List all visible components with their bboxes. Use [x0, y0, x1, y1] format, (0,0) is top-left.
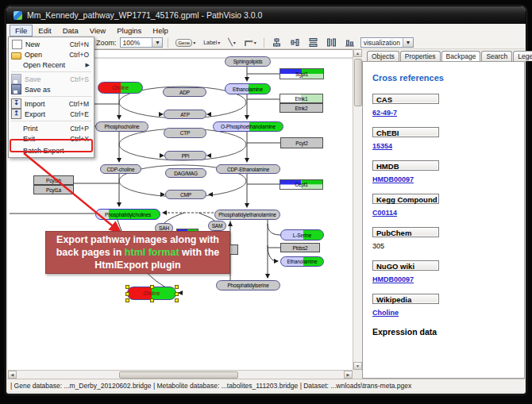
xref-section-pubchem: PubChem 305: [372, 227, 524, 250]
menu-plugins[interactable]: Plugins: [111, 25, 147, 37]
line-tool-button[interactable]: ╲▾: [226, 37, 237, 49]
stack-vertical-button[interactable]: [306, 37, 321, 49]
node-etnk1[interactable]: Etnk1: [279, 94, 323, 103]
xref-section-chebi: ChEBI 15354: [372, 127, 524, 150]
empty-icon: [11, 134, 20, 143]
menu-item-save-as[interactable]: Save as: [9, 84, 94, 94]
node-adp[interactable]: ADP: [163, 87, 206, 97]
menu-edit[interactable]: Edit: [33, 25, 56, 37]
align-center-x-button[interactable]: [269, 37, 284, 49]
node-phosphatidylcholines[interactable]: Phosphatidylcholines: [95, 209, 160, 220]
horizontal-scrollbar[interactable]: ◀ ▶: [8, 370, 353, 379]
stack-rows-icon: [308, 37, 318, 48]
menu-item-new[interactable]: NewCtrl+N: [9, 39, 94, 49]
xref-section-nugo: NuGO wiki HMDB00097: [372, 260, 524, 283]
node-choline-selected[interactable]: Choline: [127, 287, 176, 300]
scroll-right-icon[interactable]: ▶: [344, 371, 353, 379]
scroll-up-icon[interactable]: ▲: [353, 49, 362, 57]
window-title: Mm_Kennedy_pathway_WP1771_45176.gpml - P…: [27, 10, 262, 20]
node-cdp-choline[interactable]: CDP-choline: [100, 164, 141, 174]
menu-item-batch-export[interactable]: Batch Export: [9, 145, 94, 156]
node-ptdss2[interactable]: Ptdss2: [280, 243, 320, 252]
connector-tool-button[interactable]: ▾: [241, 37, 259, 49]
node-dag-mag[interactable]: DAG/MAG: [165, 168, 206, 178]
menu-item-open-recent[interactable]: Open Recent▶: [9, 60, 94, 70]
tab-properties[interactable]: Properties: [400, 51, 441, 61]
menu-view[interactable]: View: [84, 25, 111, 37]
xref-link[interactable]: 62-49-7: [372, 109, 524, 117]
chevron-down-icon: ▾: [193, 40, 195, 45]
node-ethanolamine-bottom[interactable]: Ethanolamine: [280, 256, 324, 267]
tab-backpage[interactable]: Backpage: [441, 51, 481, 62]
new-label-button[interactable]: Label▾: [201, 37, 222, 49]
horizontal-scroll-thumb[interactable]: [119, 371, 238, 379]
node-ppi[interactable]: PPi: [164, 151, 206, 160]
selection-handle[interactable]: [125, 298, 129, 302]
node-cdp-ethanolamine[interactable]: CDP-Ethanolamine: [216, 164, 280, 174]
chevron-down-icon[interactable]: ▼: [152, 38, 162, 47]
xref-section-wikipedia: Wikipedia Choline: [372, 294, 524, 317]
menu-file[interactable]: File: [10, 25, 33, 37]
status-text: | Gene database: ...m_Derby_20120602.bri…: [10, 382, 411, 390]
selection-handle[interactable]: [175, 292, 179, 296]
node-pcyt2[interactable]: Pcyt2: [280, 137, 323, 148]
node-sphingolipids[interactable]: Sphingolipids: [225, 56, 271, 67]
menu-item-import[interactable]: ↧ ImportCtrl+M: [9, 98, 94, 109]
node-pcyt1a[interactable]: Pcyt1a: [33, 185, 74, 194]
xref-link[interactable]: HMDB00097: [372, 175, 524, 183]
scroll-left-icon[interactable]: ◀: [8, 371, 17, 379]
selection-handle[interactable]: [150, 298, 154, 302]
selection-handle[interactable]: [175, 298, 179, 302]
node-ctp[interactable]: CTP: [164, 128, 206, 138]
node-phosphatidylethanolamine[interactable]: Phosphatidylethanolamine: [214, 210, 280, 220]
selection-handle[interactable]: [125, 292, 129, 296]
align-bottom-button[interactable]: [342, 37, 357, 49]
xref-value: 305: [372, 242, 524, 250]
tab-legend[interactable]: Legend: [513, 51, 532, 61]
xref-link[interactable]: HMDB00097: [372, 275, 524, 283]
tab-search[interactable]: Search: [481, 51, 512, 61]
chevron-down-icon[interactable]: ▼: [403, 38, 413, 47]
xref-link[interactable]: C00114: [372, 209, 524, 217]
node-atp[interactable]: ATP: [164, 110, 206, 119]
node-etnk2[interactable]: Etnk2: [279, 103, 323, 113]
xref-title: Wikipedia: [372, 294, 439, 304]
stack-horizontal-button[interactable]: [324, 37, 339, 49]
vertical-scrollbar[interactable]: ▲ ▼: [353, 49, 362, 370]
node-sgpl1[interactable]: Sgpl1: [279, 68, 324, 79]
new-datanode-button[interactable]: Gene▾: [173, 37, 198, 49]
menu-help[interactable]: Help: [147, 25, 174, 37]
node-phosphatidylserine[interactable]: Phosphatidylserine: [216, 280, 280, 290]
vertical-scroll-thumb[interactable]: [354, 59, 362, 106]
selection-handle[interactable]: [175, 285, 179, 289]
xref-title: ChEBI: [372, 127, 439, 137]
menu-item-print[interactable]: PrintCtrl+P: [9, 123, 94, 133]
xref-link[interactable]: Choline: [372, 309, 524, 317]
node-phosphocholine[interactable]: Phosphocholine: [95, 121, 148, 132]
node-cmp[interactable]: CMP: [165, 190, 206, 199]
align-middle-icon: [290, 37, 300, 48]
node-ethanolamine-top[interactable]: Ethanolamine: [225, 83, 271, 94]
scroll-down-icon[interactable]: ▼: [353, 362, 362, 370]
tab-objects[interactable]: Objects: [367, 51, 399, 61]
menu-item-exit[interactable]: ExitCtrl+X: [9, 133, 94, 144]
node-pcyt1b[interactable]: Pcyt1b: [33, 175, 74, 185]
node-choline-top[interactable]: Choline: [98, 82, 143, 94]
menu-item-open[interactable]: OpenCtrl+O: [9, 49, 94, 60]
node-sam[interactable]: SAM: [208, 221, 226, 231]
node-cept1[interactable]: Cept1: [279, 179, 323, 190]
visualization-combobox[interactable]: visualization ▼: [360, 37, 414, 48]
xref-link[interactable]: 15354: [372, 142, 524, 150]
align-center-y-button[interactable]: [287, 37, 303, 49]
annotation-callout: Export pathway images along with back pa…: [45, 231, 230, 274]
selection-handle[interactable]: [125, 285, 129, 289]
menu-data[interactable]: Data: [57, 25, 84, 37]
node-l-serine[interactable]: L-Serine: [280, 229, 324, 240]
zoom-combobox[interactable]: 100% ▼: [120, 37, 164, 48]
node-o-phosphoethanolamine[interactable]: O-Phosphoethanolamine: [213, 121, 283, 132]
toolbar-separator: [168, 38, 168, 48]
menu-item-export[interactable]: ↥ ExportCtrl+E: [9, 109, 94, 119]
side-panel: Objects Properties Backpage Search Legen…: [362, 49, 525, 379]
selection-handle[interactable]: [150, 285, 154, 289]
elbow-connector-icon: [244, 38, 253, 48]
